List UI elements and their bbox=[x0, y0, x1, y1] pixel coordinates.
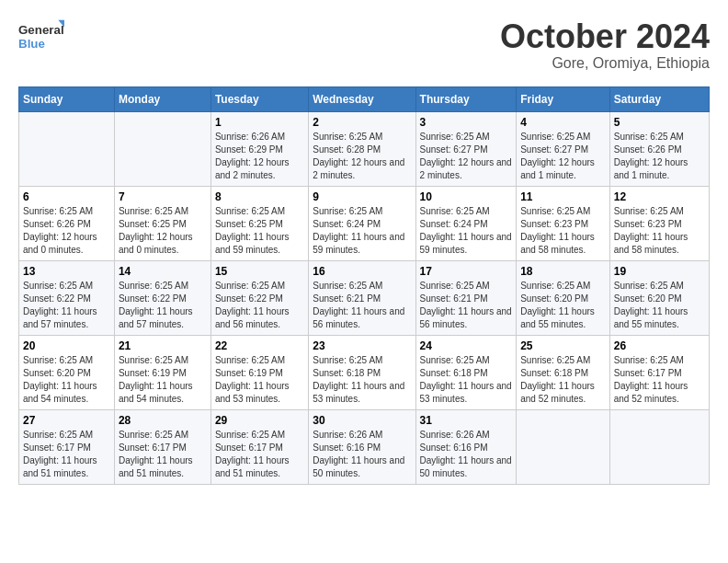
day-cell-2: 2 Sunrise: 6:25 AMSunset: 6:28 PMDayligh… bbox=[309, 111, 415, 186]
day-cell-27: 27 Sunrise: 6:25 AMSunset: 6:17 PMDaylig… bbox=[19, 409, 115, 484]
day-cell-23: 23 Sunrise: 6:25 AMSunset: 6:18 PMDaylig… bbox=[309, 335, 415, 409]
month-title: October 2024 bbox=[500, 18, 710, 55]
day-info: Sunrise: 6:25 AMSunset: 6:19 PMDaylight:… bbox=[215, 354, 304, 406]
day-cell-empty bbox=[114, 111, 210, 186]
week-row-5: 27 Sunrise: 6:25 AMSunset: 6:17 PMDaylig… bbox=[19, 409, 710, 484]
title-block: October 2024 Gore, Oromiya, Ethiopia bbox=[500, 18, 710, 72]
day-info: Sunrise: 6:25 AMSunset: 6:27 PMDaylight:… bbox=[520, 131, 606, 182]
day-cell-3: 3 Sunrise: 6:25 AMSunset: 6:27 PMDayligh… bbox=[415, 111, 517, 186]
day-cell-12: 12 Sunrise: 6:25 AMSunset: 6:23 PMDaylig… bbox=[609, 186, 709, 260]
day-info: Sunrise: 6:25 AMSunset: 6:17 PMDaylight:… bbox=[215, 429, 304, 480]
day-number: 17 bbox=[420, 265, 513, 278]
day-cell-21: 21 Sunrise: 6:25 AMSunset: 6:19 PMDaylig… bbox=[114, 335, 210, 409]
day-cell-1: 1 Sunrise: 6:26 AMSunset: 6:29 PMDayligh… bbox=[210, 111, 308, 186]
calendar-table: SundayMondayTuesdayWednesdayThursdayFrid… bbox=[18, 86, 710, 485]
day-info: Sunrise: 6:26 AMSunset: 6:16 PMDaylight:… bbox=[313, 429, 411, 480]
day-number: 5 bbox=[614, 116, 705, 129]
day-number: 24 bbox=[420, 339, 513, 352]
day-cell-28: 28 Sunrise: 6:25 AMSunset: 6:17 PMDaylig… bbox=[114, 409, 210, 484]
day-number: 30 bbox=[313, 414, 411, 427]
day-number: 28 bbox=[119, 414, 207, 427]
col-header-sunday: Sunday bbox=[19, 86, 115, 111]
day-number: 1 bbox=[215, 116, 304, 129]
day-number: 8 bbox=[215, 190, 304, 203]
day-number: 11 bbox=[520, 190, 606, 203]
day-number: 15 bbox=[215, 265, 304, 278]
day-info: Sunrise: 6:25 AMSunset: 6:24 PMDaylight:… bbox=[313, 205, 411, 257]
page-header: General Blue October 2024 Gore, Oromiya,… bbox=[18, 18, 710, 72]
day-number: 3 bbox=[420, 116, 513, 129]
day-info: Sunrise: 6:25 AMSunset: 6:28 PMDaylight:… bbox=[313, 131, 411, 182]
day-number: 22 bbox=[215, 339, 304, 352]
day-info: Sunrise: 6:25 AMSunset: 6:20 PMDaylight:… bbox=[614, 280, 705, 331]
day-cell-22: 22 Sunrise: 6:25 AMSunset: 6:19 PMDaylig… bbox=[210, 335, 308, 409]
day-number: 14 bbox=[119, 265, 207, 278]
day-number: 6 bbox=[23, 190, 110, 203]
day-number: 25 bbox=[520, 339, 606, 352]
day-info: Sunrise: 6:26 AMSunset: 6:16 PMDaylight:… bbox=[420, 429, 513, 480]
week-row-2: 6 Sunrise: 6:25 AMSunset: 6:26 PMDayligh… bbox=[19, 186, 710, 260]
day-cell-15: 15 Sunrise: 6:25 AMSunset: 6:22 PMDaylig… bbox=[210, 260, 308, 335]
header-row: SundayMondayTuesdayWednesdayThursdayFrid… bbox=[19, 86, 710, 111]
day-cell-empty bbox=[517, 409, 610, 484]
day-cell-4: 4 Sunrise: 6:25 AMSunset: 6:27 PMDayligh… bbox=[517, 111, 610, 186]
day-cell-11: 11 Sunrise: 6:25 AMSunset: 6:23 PMDaylig… bbox=[517, 186, 610, 260]
day-cell-empty bbox=[609, 409, 709, 484]
day-number: 4 bbox=[520, 116, 606, 129]
day-cell-14: 14 Sunrise: 6:25 AMSunset: 6:22 PMDaylig… bbox=[114, 260, 210, 335]
day-cell-5: 5 Sunrise: 6:25 AMSunset: 6:26 PMDayligh… bbox=[609, 111, 709, 186]
day-cell-29: 29 Sunrise: 6:25 AMSunset: 6:17 PMDaylig… bbox=[210, 409, 308, 484]
day-info: Sunrise: 6:25 AMSunset: 6:23 PMDaylight:… bbox=[520, 205, 606, 257]
day-info: Sunrise: 6:25 AMSunset: 6:21 PMDaylight:… bbox=[313, 280, 411, 331]
day-cell-16: 16 Sunrise: 6:25 AMSunset: 6:21 PMDaylig… bbox=[309, 260, 415, 335]
day-cell-10: 10 Sunrise: 6:25 AMSunset: 6:24 PMDaylig… bbox=[415, 186, 517, 260]
day-number: 12 bbox=[614, 190, 705, 203]
day-number: 19 bbox=[614, 265, 705, 278]
week-row-1: 1 Sunrise: 6:26 AMSunset: 6:29 PMDayligh… bbox=[19, 111, 710, 186]
day-cell-20: 20 Sunrise: 6:25 AMSunset: 6:20 PMDaylig… bbox=[19, 335, 115, 409]
day-info: Sunrise: 6:25 AMSunset: 6:25 PMDaylight:… bbox=[119, 205, 207, 257]
day-info: Sunrise: 6:25 AMSunset: 6:18 PMDaylight:… bbox=[313, 354, 411, 406]
day-info: Sunrise: 6:25 AMSunset: 6:24 PMDaylight:… bbox=[420, 205, 513, 257]
day-number: 23 bbox=[313, 339, 411, 352]
day-info: Sunrise: 6:25 AMSunset: 6:22 PMDaylight:… bbox=[215, 280, 304, 331]
day-cell-30: 30 Sunrise: 6:26 AMSunset: 6:16 PMDaylig… bbox=[309, 409, 415, 484]
location: Gore, Oromiya, Ethiopia bbox=[500, 55, 710, 72]
day-number: 16 bbox=[313, 265, 411, 278]
day-info: Sunrise: 6:25 AMSunset: 6:19 PMDaylight:… bbox=[119, 354, 207, 406]
day-cell-31: 31 Sunrise: 6:26 AMSunset: 6:16 PMDaylig… bbox=[415, 409, 517, 484]
day-info: Sunrise: 6:25 AMSunset: 6:27 PMDaylight:… bbox=[420, 131, 513, 182]
day-cell-empty bbox=[19, 111, 115, 186]
day-cell-13: 13 Sunrise: 6:25 AMSunset: 6:22 PMDaylig… bbox=[19, 260, 115, 335]
logo-blue: Blue bbox=[18, 37, 45, 51]
day-cell-26: 26 Sunrise: 6:25 AMSunset: 6:17 PMDaylig… bbox=[609, 335, 709, 409]
day-info: Sunrise: 6:25 AMSunset: 6:26 PMDaylight:… bbox=[614, 131, 705, 182]
day-number: 29 bbox=[215, 414, 304, 427]
col-header-friday: Friday bbox=[517, 86, 610, 111]
day-info: Sunrise: 6:25 AMSunset: 6:20 PMDaylight:… bbox=[23, 354, 110, 406]
day-cell-24: 24 Sunrise: 6:25 AMSunset: 6:18 PMDaylig… bbox=[415, 335, 517, 409]
col-header-tuesday: Tuesday bbox=[210, 86, 308, 111]
day-cell-8: 8 Sunrise: 6:25 AMSunset: 6:25 PMDayligh… bbox=[210, 186, 308, 260]
day-number: 9 bbox=[313, 190, 411, 203]
day-number: 26 bbox=[614, 339, 705, 352]
day-info: Sunrise: 6:25 AMSunset: 6:23 PMDaylight:… bbox=[614, 205, 705, 257]
week-row-3: 13 Sunrise: 6:25 AMSunset: 6:22 PMDaylig… bbox=[19, 260, 710, 335]
day-info: Sunrise: 6:25 AMSunset: 6:21 PMDaylight:… bbox=[420, 280, 513, 331]
week-row-4: 20 Sunrise: 6:25 AMSunset: 6:20 PMDaylig… bbox=[19, 335, 710, 409]
logo: General Blue bbox=[18, 18, 64, 55]
col-header-thursday: Thursday bbox=[415, 86, 517, 111]
day-info: Sunrise: 6:25 AMSunset: 6:18 PMDaylight:… bbox=[520, 354, 606, 406]
day-cell-25: 25 Sunrise: 6:25 AMSunset: 6:18 PMDaylig… bbox=[517, 335, 610, 409]
day-number: 31 bbox=[420, 414, 513, 427]
day-cell-7: 7 Sunrise: 6:25 AMSunset: 6:25 PMDayligh… bbox=[114, 186, 210, 260]
day-info: Sunrise: 6:25 AMSunset: 6:22 PMDaylight:… bbox=[23, 280, 110, 331]
day-number: 13 bbox=[23, 265, 110, 278]
day-cell-19: 19 Sunrise: 6:25 AMSunset: 6:20 PMDaylig… bbox=[609, 260, 709, 335]
day-cell-9: 9 Sunrise: 6:25 AMSunset: 6:24 PMDayligh… bbox=[309, 186, 415, 260]
col-header-monday: Monday bbox=[114, 86, 210, 111]
day-number: 18 bbox=[520, 265, 606, 278]
day-number: 21 bbox=[119, 339, 207, 352]
col-header-wednesday: Wednesday bbox=[309, 86, 415, 111]
day-info: Sunrise: 6:25 AMSunset: 6:17 PMDaylight:… bbox=[119, 429, 207, 480]
